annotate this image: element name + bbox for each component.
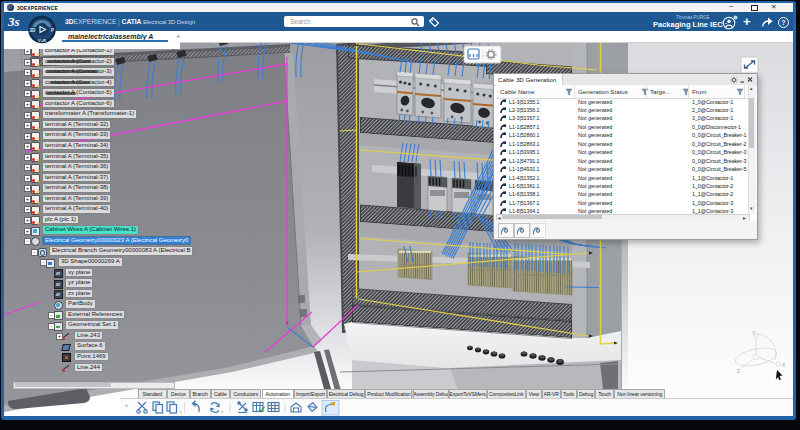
svg-text:P: P: [51, 28, 54, 33]
svg-text:3D: 3D: [30, 28, 37, 33]
svg-text:V+R: V+R: [38, 38, 46, 43]
